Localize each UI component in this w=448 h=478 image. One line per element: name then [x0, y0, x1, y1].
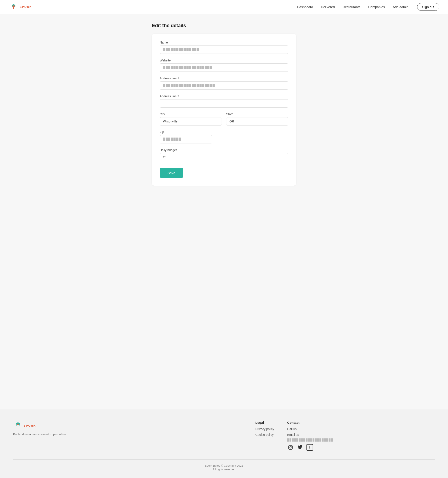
nav-item-restaurants[interactable]: Restaurants	[343, 5, 360, 9]
footer-logo-text: SPORK	[24, 424, 36, 427]
nav-item-add-admin[interactable]: Add admin	[393, 5, 408, 9]
footer-cookie-link[interactable]: Cookie policy	[256, 433, 274, 437]
sign-out-button[interactable]: Sign out	[417, 3, 439, 11]
footer: SPORK Portland restaurants catered to yo…	[0, 409, 448, 478]
copyright-text: Spork Bytes © Copyright 2023	[13, 464, 435, 467]
nav-item-delivered[interactable]: Delivered	[321, 5, 335, 9]
page-title: Edit the details	[152, 23, 296, 28]
name-field-group: Name	[160, 41, 288, 54]
footer-call-link[interactable]: Call us	[287, 427, 333, 431]
rights-text: All rights reserved	[13, 468, 435, 471]
nav-item-companies[interactable]: Companies	[368, 5, 385, 9]
address1-label: Address line 1	[160, 76, 288, 80]
website-input[interactable]	[160, 63, 288, 72]
edit-form-card: Name Website Address line 1 Address line…	[152, 34, 296, 186]
svg-rect-3	[288, 445, 293, 449]
nav-item-dashboard[interactable]: Dashboard	[297, 5, 313, 9]
address1-input[interactable]	[160, 81, 288, 90]
footer-tagline: Portland restaurants catered to your off…	[13, 433, 154, 436]
footer-contact-email-blurred: ████████████████████	[287, 438, 333, 441]
logo-text: SPORK	[20, 5, 32, 8]
footer-contact-heading: Contact	[287, 421, 333, 424]
footer-legal-heading: Legal	[256, 421, 274, 424]
svg-rect-1	[13, 6, 14, 9]
address1-field-group: Address line 1	[160, 76, 288, 90]
footer-columns: Legal Privacy policy Cookie policy Conta…	[154, 421, 435, 451]
navbar: SPORK Dashboard Delivered Restaurants Co…	[0, 0, 448, 14]
footer-bottom: Spork Bytes © Copyright 2023 All rights …	[13, 459, 435, 471]
state-label: State	[226, 112, 288, 116]
facebook-icon[interactable]: f	[307, 444, 313, 451]
svg-point-5	[291, 446, 292, 447]
footer-legal-col: Legal Privacy policy Cookie policy	[256, 421, 274, 451]
zip-field-group: Zip	[160, 130, 212, 144]
state-input[interactable]	[226, 117, 288, 126]
daily-budget-field-group: Daily budget	[160, 148, 288, 161]
daily-budget-input[interactable]	[160, 153, 288, 161]
footer-privacy-link[interactable]: Privacy policy	[256, 427, 274, 431]
name-input[interactable]	[160, 45, 288, 54]
footer-logo: SPORK	[13, 421, 154, 430]
footer-contact-links: Call us Email us	[287, 427, 333, 437]
instagram-icon[interactable]	[287, 444, 294, 451]
main-content: Edit the details Name Website Address li…	[147, 14, 301, 409]
city-state-row: City State	[160, 112, 288, 126]
footer-contact-col: Contact Call us Email us ███████████████…	[287, 421, 333, 451]
city-label: City	[160, 112, 222, 116]
save-button[interactable]: Save	[160, 168, 183, 178]
address2-input[interactable]	[160, 99, 288, 107]
address2-field-group: Address line 2	[160, 94, 288, 107]
footer-brand: SPORK Portland restaurants catered to yo…	[13, 421, 154, 436]
nav-links: Dashboard Delivered Restaurants Companie…	[297, 5, 408, 9]
address2-label: Address line 2	[160, 94, 288, 98]
footer-top: SPORK Portland restaurants catered to yo…	[13, 421, 435, 451]
zip-label: Zip	[160, 130, 212, 134]
social-icons: f	[287, 444, 333, 451]
name-label: Name	[160, 41, 288, 44]
state-field-group: State	[226, 112, 288, 126]
daily-budget-label: Daily budget	[160, 148, 288, 152]
website-label: Website	[160, 59, 288, 62]
svg-point-4	[290, 447, 291, 448]
website-field-group: Website	[160, 59, 288, 72]
footer-email-link[interactable]: Email us	[287, 433, 333, 437]
twitter-icon[interactable]	[297, 444, 303, 451]
city-field-group: City	[160, 112, 222, 126]
footer-legal-links: Privacy policy Cookie policy	[256, 427, 274, 437]
svg-rect-2	[18, 425, 18, 428]
logo[interactable]: SPORK	[9, 2, 32, 12]
zip-input[interactable]	[160, 135, 212, 144]
city-input[interactable]	[160, 117, 222, 126]
